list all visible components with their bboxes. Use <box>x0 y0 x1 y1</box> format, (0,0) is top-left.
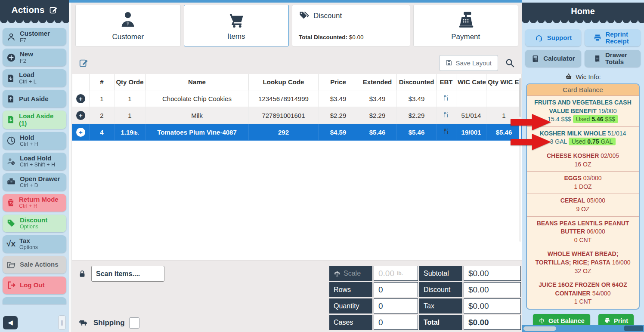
tax-button[interactable]: √x TaxOptions <box>3 235 66 253</box>
support-button[interactable]: Support <box>525 29 581 46</box>
hold-button[interactable]: HoldCtrl + H <box>3 132 66 150</box>
file-arrow-down-icon <box>6 115 15 124</box>
step-customer[interactable]: Customer <box>75 5 181 46</box>
table-row-selected[interactable]: + 4 1.19lb. Tomatoes Plum Vine-4087 292 … <box>72 124 522 141</box>
lock-icon <box>78 269 87 279</box>
totals-grid: Scale 0.00lb. Subtotal $0.00 Rows 0 Disc… <box>329 266 521 330</box>
table-row[interactable]: + 1 1 Chocolate Chip Cookies 12345678914… <box>72 90 522 107</box>
button-label: Open Drawer <box>20 175 60 182</box>
sale-actions-button[interactable]: Sale Actions <box>3 256 66 274</box>
scan-items-input[interactable] <box>91 266 164 282</box>
receipt-icon <box>593 55 601 63</box>
trash-return-icon <box>6 198 15 207</box>
calculator-button[interactable]: Calculator <box>525 50 581 67</box>
discount-button[interactable]: DiscountOptions <box>3 215 66 232</box>
button-option: Options <box>19 244 38 251</box>
return-mode-button[interactable]: Return ModeCtrl + R <box>3 194 66 212</box>
sidebar-resize-handle[interactable]: || <box>58 315 66 330</box>
cell-price: $3.49 <box>319 90 358 107</box>
col-extended[interactable]: Extended <box>358 74 397 90</box>
sidebar-footer: ◀ || <box>0 313 69 332</box>
cell-name: Tomatoes Plum Vine-4087 <box>146 124 249 141</box>
button-label: Discount <box>20 216 47 224</box>
grid-scrollbar-thumb[interactable] <box>519 78 521 117</box>
col-name[interactable]: Name <box>146 74 249 90</box>
note-value: $0.00 <box>349 34 364 40</box>
button-label: Hold <box>20 134 38 141</box>
expand-row-button[interactable]: + <box>76 111 85 120</box>
shipping-truck-icon <box>78 318 89 328</box>
rows-value: 0 <box>374 282 418 297</box>
button-label: Reprint Receipt <box>606 31 632 45</box>
drawer-totals-button[interactable]: Drawer Totals <box>585 50 641 67</box>
plus-circle-icon <box>6 53 16 62</box>
table-row[interactable]: + 2 1 Milk 727891001601 $2.29 $2.29 $2.2… <box>72 107 522 124</box>
button-label: Calculator <box>543 55 575 62</box>
save-layout-button[interactable]: Save Layout <box>439 55 498 71</box>
col-number[interactable]: # <box>90 74 115 90</box>
col-lookup-code[interactable]: Lookup Code <box>249 74 319 90</box>
load-aside-button[interactable]: Load Aside (1) <box>3 111 66 129</box>
open-drawer-button[interactable]: Open DrawerCtrl + D <box>3 173 66 191</box>
reprint-receipt-button[interactable]: Reprint Receipt <box>585 29 641 46</box>
person-icon <box>6 32 16 42</box>
tag-icon <box>6 218 16 228</box>
step-label: Payment <box>451 33 480 41</box>
home-title: Home <box>571 6 595 16</box>
panel-scroll-tab[interactable] <box>523 326 556 331</box>
cell-qty-wic <box>486 90 522 107</box>
discount-value: $0.00 <box>464 282 521 297</box>
cell-number: 2 <box>90 107 115 124</box>
main-area: Customer Items Discount Total Discounted… <box>72 0 522 332</box>
card-balance-header: Card Balance <box>527 84 639 96</box>
edit-layout-icon[interactable] <box>49 6 58 14</box>
tax-label: Tax <box>419 298 462 314</box>
load-button[interactable]: LoadCtrl + L <box>3 69 66 87</box>
grid-toolbar: Save Layout <box>72 50 522 74</box>
button-label: Load Hold <box>20 154 55 162</box>
cell-wic-category <box>456 90 486 107</box>
rows-label: Rows <box>329 282 372 297</box>
tags-icon <box>299 11 309 21</box>
subtotal-value: $0.00 <box>464 266 521 281</box>
col-wic-category[interactable]: WIC Cate <box>456 74 486 90</box>
step-discount[interactable]: Discount Total Discounted: $0.00 <box>292 5 410 46</box>
actions-title: Actions <box>11 5 44 15</box>
shipping-label: Shipping <box>93 319 125 327</box>
new-button[interactable]: NewF2 <box>3 49 66 66</box>
search-icon[interactable] <box>505 58 515 68</box>
col-price[interactable]: Price <box>319 74 358 90</box>
collapse-sidebar-button[interactable]: ◀ <box>3 316 18 329</box>
panel-corner-handle[interactable] <box>624 326 643 331</box>
button-shortcut: Ctrl + H <box>20 141 38 148</box>
logout-icon <box>6 280 16 290</box>
load-hold-button[interactable]: Load HoldCtrl + Shift + H <box>3 153 66 170</box>
utensils-icon <box>443 128 449 135</box>
cell-number: 1 <box>90 90 115 107</box>
cell-wic-category: 51/014 <box>456 107 486 124</box>
annotation-arrow <box>511 114 551 130</box>
step-items[interactable]: Items <box>184 5 289 46</box>
expand-row-button[interactable]: + <box>76 94 85 103</box>
home-panel: Home Support Reprint Receipt Calculator … <box>522 0 644 332</box>
cell-extended: $5.46 <box>358 124 397 141</box>
log-out-button[interactable]: Log Out <box>3 277 66 294</box>
customer-button[interactable]: CustomerF7 <box>3 28 66 46</box>
col-discounted[interactable]: Discounted <box>397 74 437 90</box>
cell-extended: $3.49 <box>358 90 397 107</box>
put-aside-button[interactable]: Put Aside <box>3 90 66 108</box>
expand-row-button[interactable]: + <box>76 128 85 137</box>
col-ebt[interactable]: EBT <box>437 74 456 90</box>
actions-header-scallop <box>0 19 69 23</box>
edit-grid-icon[interactable] <box>79 58 88 68</box>
button-label: Load Aside (1) <box>19 112 62 127</box>
col-qty-wic[interactable]: Qty WIC El <box>486 74 522 90</box>
step-payment[interactable]: Payment <box>413 5 519 46</box>
button-label: Log Out <box>20 281 44 289</box>
cell-number: 4 <box>90 124 115 141</box>
shipping-checkbox[interactable] <box>129 317 139 329</box>
button-label: Put Aside <box>19 95 49 102</box>
col-qty-ordered[interactable]: Qty Orde <box>115 74 146 90</box>
button-shortcut: Ctrl + D <box>20 182 60 189</box>
file-arrow-up-icon <box>6 94 15 104</box>
